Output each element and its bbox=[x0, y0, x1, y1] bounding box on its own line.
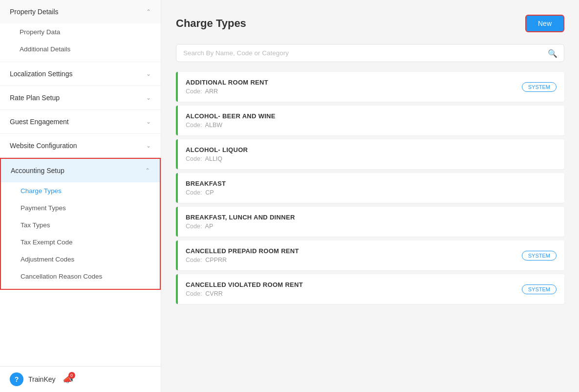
charge-card-left: CANCELLED PREPAID ROOM RENT Code: CPPRR bbox=[186, 247, 522, 263]
charge-card-name: CANCELLED PREPAID ROOM RENT bbox=[186, 247, 522, 255]
code-label: Code: bbox=[186, 88, 202, 95]
charge-card-name: ALCOHOL- BEER AND WINE bbox=[186, 112, 557, 120]
sidebar-section-label-accounting-setup: Accounting Setup bbox=[11, 167, 64, 174]
charge-card[interactable]: ADDITIONAL ROOM RENT Code: ARR SYSTEM bbox=[176, 72, 564, 102]
sidebar-item-tax-types[interactable]: Tax Types bbox=[1, 217, 160, 234]
code-label: Code: bbox=[186, 257, 202, 263]
sidebar-footer: ? TrainKey 📣 0 bbox=[0, 366, 161, 392]
chevron-up-icon: ⌃ bbox=[146, 8, 151, 15]
charge-card-code: Code: CP bbox=[186, 189, 557, 196]
sidebar-section-header-rate-plan[interactable]: Rate Plan Setup ⌄ bbox=[0, 86, 161, 109]
sidebar-item-payment-types[interactable]: Payment Types bbox=[1, 199, 160, 217]
sidebar: Property Details ⌃ Property Data Additio… bbox=[0, 0, 161, 392]
charge-card[interactable]: ALCOHOL- BEER AND WINE Code: ALBW bbox=[176, 106, 564, 135]
chevron-up-icon-accounting: ⌃ bbox=[145, 167, 150, 174]
charge-card[interactable]: BREAKFAST, LUNCH AND DINNER Code: AP bbox=[176, 207, 564, 237]
search-icon: 🔍 bbox=[548, 48, 558, 58]
code-label: Code: bbox=[186, 155, 202, 162]
charge-card-code: Code: ALBW bbox=[186, 122, 557, 129]
search-container: 🔍 bbox=[176, 44, 564, 62]
charge-card-left: BREAKFAST Code: CP bbox=[186, 180, 557, 196]
code-label: Code: bbox=[186, 290, 202, 297]
code-label: Code: bbox=[186, 189, 202, 196]
sidebar-item-adjustment-codes[interactable]: Adjustment Codes bbox=[1, 251, 160, 268]
sidebar-item-cancellation-reason-codes[interactable]: Cancellation Reason Codes bbox=[1, 268, 160, 285]
charge-card-code: Code: CVRR bbox=[186, 290, 522, 297]
charge-card-name: ADDITIONAL ROOM RENT bbox=[186, 79, 522, 86]
sidebar-section-website-config: Website Configuration ⌄ bbox=[0, 134, 161, 158]
sidebar-item-additional-details[interactable]: Additional Details bbox=[0, 41, 161, 58]
page-header: Charge Types New bbox=[176, 15, 564, 32]
sidebar-section-header-accounting-setup[interactable]: Accounting Setup ⌃ bbox=[1, 159, 160, 182]
brand-name: TrainKey bbox=[28, 375, 56, 383]
system-badge: SYSTEM bbox=[522, 284, 557, 294]
charge-card-name: ALCOHOL- LIQUOR bbox=[186, 146, 557, 153]
chevron-down-icon-rate-plan: ⌄ bbox=[146, 94, 151, 101]
sidebar-section-guest-engagement: Guest Engagement ⌄ bbox=[0, 110, 161, 134]
charge-card-left: ALCOHOL- BEER AND WINE Code: ALBW bbox=[186, 112, 557, 129]
charge-card-code: Code: ARR bbox=[186, 88, 522, 95]
page-title: Charge Types bbox=[176, 17, 246, 30]
charge-card-left: ADDITIONAL ROOM RENT Code: ARR bbox=[186, 79, 522, 95]
sidebar-item-charge-types[interactable]: Charge Types bbox=[1, 182, 160, 199]
charge-card-left: BREAKFAST, LUNCH AND DINNER Code: AP bbox=[186, 214, 557, 230]
chevron-down-icon: ⌄ bbox=[146, 70, 151, 77]
new-button[interactable]: New bbox=[525, 15, 564, 32]
sidebar-section-accounting-setup: Accounting Setup ⌃ Charge Types Payment … bbox=[0, 158, 161, 290]
charge-card-name: CANCELLED VIOLATED ROOM RENT bbox=[186, 281, 522, 288]
charge-card-code: Code: CPPRR bbox=[186, 257, 522, 263]
sidebar-section-label-website-config: Website Configuration bbox=[10, 142, 77, 150]
system-badge: SYSTEM bbox=[522, 251, 557, 261]
system-badge: SYSTEM bbox=[522, 82, 557, 92]
sidebar-scroll: Property Details ⌃ Property Data Additio… bbox=[0, 0, 161, 366]
sidebar-item-tax-exempt-code[interactable]: Tax Exempt Code bbox=[1, 234, 160, 251]
charge-card[interactable]: ALCOHOL- LIQUOR Code: ALLIQ bbox=[176, 139, 564, 169]
help-button[interactable]: ? bbox=[10, 372, 23, 386]
code-label: Code: bbox=[186, 122, 202, 129]
charge-card-name: BREAKFAST, LUNCH AND DINNER bbox=[186, 214, 557, 221]
charge-cards-list: ADDITIONAL ROOM RENT Code: ARR SYSTEM AL… bbox=[176, 72, 564, 304]
sidebar-section-items-accounting: Charge Types Payment Types Tax Types Tax… bbox=[1, 182, 160, 289]
sidebar-section-header-property-details[interactable]: Property Details ⌃ bbox=[0, 0, 161, 23]
search-input[interactable] bbox=[176, 44, 564, 62]
sidebar-section-label-rate-plan: Rate Plan Setup bbox=[10, 94, 60, 102]
chevron-down-icon-guest: ⌄ bbox=[146, 118, 151, 125]
chevron-down-icon-website: ⌄ bbox=[146, 142, 151, 149]
sidebar-section-items-property-details: Property Data Additional Details bbox=[0, 23, 161, 62]
sidebar-section-label-guest-engagement: Guest Engagement bbox=[10, 118, 69, 126]
notification-bell[interactable]: 📣 0 bbox=[63, 374, 73, 385]
charge-card[interactable]: CANCELLED VIOLATED ROOM RENT Code: CVRR … bbox=[176, 274, 564, 304]
main-content: Charge Types New 🔍 ADDITIONAL ROOM RENT … bbox=[161, 0, 579, 392]
sidebar-section-label-property-details: Property Details bbox=[10, 8, 59, 16]
sidebar-section-header-localization[interactable]: Localization Settings ⌄ bbox=[0, 62, 161, 86]
sidebar-item-property-data[interactable]: Property Data bbox=[0, 23, 161, 41]
charge-card-left: CANCELLED VIOLATED ROOM RENT Code: CVRR bbox=[186, 281, 522, 297]
sidebar-section-property-details: Property Details ⌃ Property Data Additio… bbox=[0, 0, 161, 62]
charge-card-name: BREAKFAST bbox=[186, 180, 557, 187]
sidebar-section-header-website-config[interactable]: Website Configuration ⌄ bbox=[0, 134, 161, 157]
sidebar-section-localization: Localization Settings ⌄ bbox=[0, 62, 161, 86]
charge-card[interactable]: CANCELLED PREPAID ROOM RENT Code: CPPRR … bbox=[176, 240, 564, 270]
charge-card-code: Code: AP bbox=[186, 223, 557, 230]
code-label: Code: bbox=[186, 223, 202, 230]
sidebar-section-header-guest-engagement[interactable]: Guest Engagement ⌄ bbox=[0, 110, 161, 133]
charge-card-left: ALCOHOL- LIQUOR Code: ALLIQ bbox=[186, 146, 557, 162]
sidebar-section-rate-plan: Rate Plan Setup ⌄ bbox=[0, 86, 161, 110]
sidebar-section-label-localization: Localization Settings bbox=[10, 70, 72, 78]
charge-card-code: Code: ALLIQ bbox=[186, 155, 557, 162]
charge-card[interactable]: BREAKFAST Code: CP bbox=[176, 173, 564, 203]
notification-badge: 0 bbox=[68, 372, 75, 379]
